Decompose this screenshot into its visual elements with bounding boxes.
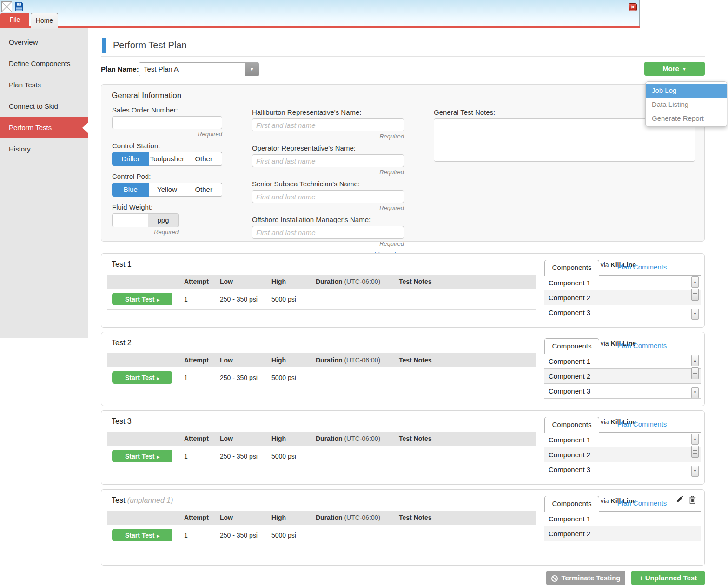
tab-components[interactable]: Components [544,338,599,354]
test-table-header: Attempt Low High Duration (UTC-06:00) Te… [107,432,536,446]
list-item[interactable]: Component 2 [544,526,701,541]
more-button[interactable]: More▼ [644,62,705,76]
play-icon: ▸ [157,297,160,302]
test-table-header: Attempt Low High Duration (UTC-06:00) Te… [107,511,536,525]
control-pod-option-yellow[interactable]: Yellow [149,183,186,197]
general-information-panel: General Information Sales Order Number: … [101,84,705,242]
tab-components[interactable]: Components [544,417,599,433]
save-icon[interactable] [15,2,23,11]
scrollbar-thumb[interactable] [691,289,699,301]
senior-subsea-tech-label: Senior Subsea Technician's Name: [252,180,404,188]
scrollbar-thumb[interactable] [691,367,699,379]
sidebar-item-plan-tests[interactable]: Plan Tests [0,74,88,96]
test-title: Test (unplanned 1) [112,496,173,505]
terminate-testing-label: Terminate Testing [562,574,621,582]
test-table: Attempt Low High Duration (UTC-06:00) Te… [107,432,536,467]
list-item[interactable]: Component 2 [544,369,701,384]
control-station-option-driller[interactable]: Driller [112,152,149,166]
sidebar-item-define-components[interactable]: Define Components [0,53,88,74]
sidebar-item-connect-to-skid[interactable]: Connect to Skid [0,96,88,117]
tab-file[interactable]: File [0,13,29,26]
list-item[interactable]: Component 2 [544,447,701,462]
control-station-option-other[interactable]: Other [185,152,222,166]
required-note: Required [112,229,179,236]
control-station-option-toolpusher[interactable]: Toolpusher [149,152,186,166]
tab-home[interactable]: Home [31,13,58,29]
app-window: ✕ File Home Overview Define Components P… [0,0,728,585]
close-icon[interactable]: ✕ [629,3,637,11]
col-high: High [271,356,316,364]
control-pod-label: Control Pod: [112,172,222,180]
tab-plan-comments[interactable]: Plan Comments [605,260,679,276]
required-note: Required [112,131,222,138]
plan-name-select[interactable]: Test Plan A ▼ [139,62,259,76]
fluid-weight-input[interactable] [112,213,148,227]
scroll-down-icon[interactable]: ▼ [691,309,699,320]
control-pod-option-blue[interactable]: Blue [112,183,149,197]
test-title: Test 3 [112,417,132,426]
list-item[interactable]: Component 1 [544,512,701,526]
components-list: Component 1 Component 2 [544,512,701,541]
tab-plan-comments[interactable]: Plan Comments [605,338,679,354]
col-test-notes: Test Notes [399,278,536,285]
col-high: High [271,278,316,285]
start-test-button[interactable]: Start Test▸ [112,529,172,541]
list-item[interactable]: Component 1 [544,276,701,290]
halliburton-rep-input[interactable] [252,118,404,131]
cell-low: 250 - 350 psi [220,532,271,539]
broken-image-icon [1,1,12,12]
col-attempt: Attempt [184,278,220,285]
scrollbar[interactable]: ▲ ▼ [691,355,699,398]
plan-name-label: Plan Name: [101,62,139,76]
cell-low: 250 - 350 psi [220,374,271,381]
col-low: Low [220,356,271,364]
sidebar-item-history[interactable]: History [0,138,88,160]
cell-high: 5000 psi [271,453,316,460]
senior-subsea-tech-input[interactable] [252,190,404,203]
scrollbar-thumb[interactable] [691,446,699,458]
list-item[interactable]: Component 1 [544,354,701,369]
tab-components[interactable]: Components [544,260,599,276]
required-note: Required [252,240,404,247]
scrollbar[interactable]: ▲ ▼ [691,434,699,477]
menu-item-generate-report[interactable]: Generate Report [646,112,727,125]
menu-item-data-listing[interactable]: Data Listing [646,98,727,112]
scroll-down-icon[interactable]: ▼ [691,466,699,477]
start-test-button[interactable]: Start Test▸ [112,450,172,462]
terminate-testing-button[interactable]: Terminate Testing [546,571,625,585]
unplanned-test-button[interactable]: + Unplanned Test [631,571,705,585]
list-item[interactable]: Component 3 [544,384,701,399]
tab-plan-comments[interactable]: Plan Comments [605,417,679,433]
offshore-manager-input[interactable] [252,226,404,239]
scroll-down-icon[interactable]: ▼ [691,387,699,398]
title-accent-bar [102,38,106,53]
list-item[interactable]: Component 2 [544,290,701,305]
col-high: High [271,435,316,442]
tab-components[interactable]: Components [544,496,599,512]
scroll-up-icon[interactable]: ▲ [691,276,699,288]
col-low: Low [220,435,271,442]
chevron-down-icon[interactable]: ▼ [245,63,259,76]
tab-plan-comments[interactable]: Plan Comments [605,496,679,512]
list-item[interactable]: Component 1 [544,433,701,447]
start-test-button[interactable]: Start Test▸ [112,371,172,384]
control-station-label: Control Station: [112,142,222,150]
sales-order-input[interactable] [112,116,222,129]
start-test-button[interactable]: Start Test▸ [112,293,172,305]
scroll-up-icon[interactable]: ▲ [691,434,699,445]
test-title: Test 2 [112,339,132,347]
col-attempt: Attempt [184,435,220,442]
scrollbar[interactable]: ▲ ▼ [691,276,699,320]
scroll-up-icon[interactable]: ▲ [691,355,699,366]
test-title: Test 1 [112,260,132,269]
sidebar-item-perform-tests[interactable]: Perform Tests [0,117,88,138]
operator-rep-input[interactable] [252,154,404,167]
test-table: Attempt Low High Duration (UTC-06:00) Te… [107,353,536,388]
list-item[interactable]: Component 3 [544,462,701,477]
sidebar: Overview Define Components Plan Tests Co… [0,28,88,338]
components-list: Component 1 Component 2 Component 3 ▲ ▼ [544,433,701,477]
menu-item-job-log[interactable]: Job Log [646,84,727,98]
control-pod-option-other[interactable]: Other [185,183,222,197]
list-item[interactable]: Component 3 [544,305,701,320]
sidebar-item-overview[interactable]: Overview [0,32,88,53]
